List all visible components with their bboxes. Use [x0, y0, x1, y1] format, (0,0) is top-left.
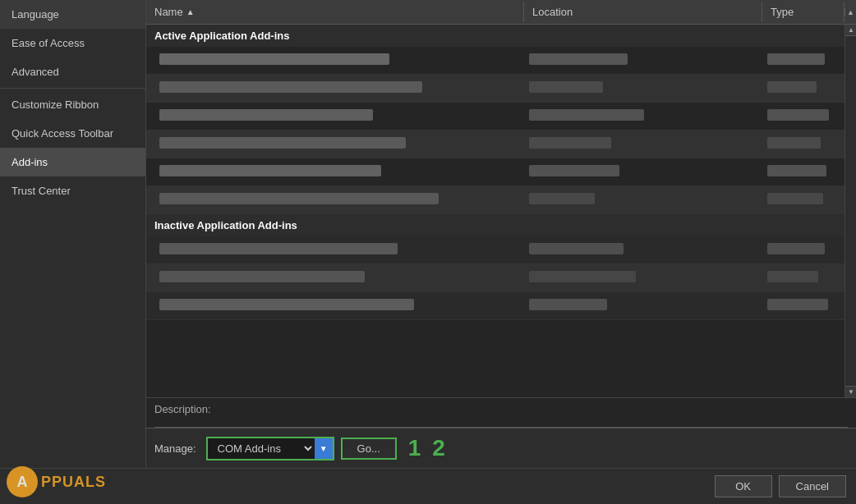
col-header-name: Name ▲ [146, 2, 524, 22]
active-section-header: Active Application Add-ins [146, 25, 844, 47]
sidebar: Language Ease of Access Advanced Customi… [0, 0, 146, 468]
go-button[interactable]: Go... [343, 439, 395, 458]
inactive-section-header: Inactive Application Add-ins [146, 214, 844, 236]
scrollbar-up-header[interactable]: ▲ [844, 8, 856, 16]
scrollbar-down-button[interactable]: ▼ [845, 386, 856, 397]
table-row [146, 186, 844, 214]
table-row [146, 103, 844, 131]
table-header: Name ▲ Location Type ▲ [146, 0, 856, 25]
dialog-footer: OK Cancel [0, 468, 856, 504]
watermark: A PPUALS [7, 466, 106, 497]
sidebar-item-add-ins[interactable]: Add-ins [0, 148, 145, 176]
sidebar-divider [0, 88, 145, 89]
watermark-logo: A [7, 466, 38, 497]
watermark-icon: A [7, 467, 37, 497]
manage-select-arrow[interactable]: ▼ [315, 438, 333, 459]
col-header-location: Location [524, 2, 762, 22]
manage-bar: Manage: COM Add-ins ▼ Go... 1 2 [146, 428, 856, 468]
description-area: Description: [146, 397, 856, 427]
table-rows: Active Application Add-ins [146, 25, 844, 397]
sidebar-item-advanced[interactable]: Advanced [0, 57, 145, 86]
table-row [146, 236, 844, 264]
table-row [146, 264, 844, 292]
svg-text:A: A [17, 474, 28, 490]
table-scroll-area: Active Application Add-ins [146, 25, 856, 397]
sidebar-item-customize-ribbon[interactable]: Customize Ribbon [0, 90, 145, 119]
annotation-1: 1 [408, 435, 421, 461]
cancel-button[interactable]: Cancel [779, 475, 846, 497]
table-row [146, 131, 844, 158]
manage-select[interactable]: COM Add-ins [208, 438, 315, 459]
manage-select-wrapper: COM Add-ins ▼ [206, 437, 334, 460]
sidebar-item-trust-center[interactable]: Trust Center [0, 176, 145, 205]
sidebar-item-language[interactable]: Language [0, 0, 145, 29]
scrollbar-up-button[interactable]: ▲ [845, 25, 856, 36]
table-row [146, 292, 844, 320]
watermark-text: PPUALS [41, 474, 106, 491]
go-button-wrapper: Go... [341, 438, 397, 460]
main-content: Name ▲ Location Type ▲ [146, 0, 856, 468]
table-row [146, 47, 844, 75]
table-row [146, 158, 844, 186]
options-dialog: Language Ease of Access Advanced Customi… [0, 0, 856, 504]
col-header-type: Type [762, 2, 844, 22]
dialog-body: Language Ease of Access Advanced Customi… [0, 0, 856, 468]
sidebar-item-quick-access-toolbar[interactable]: Quick Access Toolbar [0, 119, 145, 148]
scrollbar-track: ▲ ▼ [844, 25, 856, 397]
addins-table-area: Name ▲ Location Type ▲ [146, 0, 856, 397]
ok-button[interactable]: OK [715, 475, 772, 497]
annotation-2: 2 [432, 435, 445, 461]
manage-label: Manage: [154, 442, 196, 455]
sidebar-item-ease-of-access[interactable]: Ease of Access [0, 29, 145, 57]
table-row [146, 75, 844, 103]
